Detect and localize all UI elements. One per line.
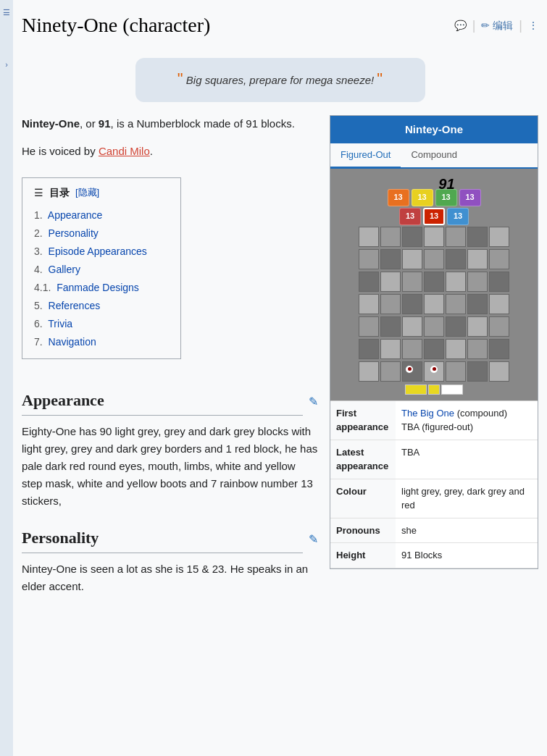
divider-2: | bbox=[519, 16, 522, 35]
toc-item-7[interactable]: 7. Navigation bbox=[34, 333, 169, 351]
b4-2 bbox=[380, 294, 401, 314]
tab-figured-out[interactable]: Figured-Out bbox=[330, 143, 401, 169]
right-eye bbox=[430, 366, 438, 373]
toc-item-6[interactable]: 6. Trivia bbox=[34, 315, 169, 333]
appearance-edit-icon[interactable]: ✎ bbox=[309, 393, 318, 411]
b4-1 bbox=[359, 294, 379, 314]
b3-2 bbox=[380, 272, 401, 292]
b2-3 bbox=[402, 249, 422, 269]
label-colour: Colour bbox=[330, 479, 396, 518]
more-icon: ⋮ bbox=[528, 18, 538, 33]
infobox-image: 91 13 13 13 13 13 bbox=[330, 169, 538, 400]
b5-4 bbox=[424, 316, 444, 337]
bf-5 bbox=[446, 361, 466, 382]
voice-paragraph: He is voiced by Candi Milo. bbox=[22, 143, 318, 160]
sticker-row-2: 13 13 13 bbox=[347, 208, 521, 225]
blocks-row-2 bbox=[347, 249, 521, 269]
sticker-2: 13 bbox=[412, 189, 433, 206]
comment-button[interactable]: 💬 bbox=[454, 18, 467, 33]
body-blocks bbox=[347, 227, 521, 383]
b6-7 bbox=[489, 339, 509, 359]
infobox-tabs: Figured-Out Compound bbox=[330, 143, 538, 169]
infobox-rows: First appearance The Big One (compound)T… bbox=[330, 400, 538, 568]
toc-item-5[interactable]: 5. References bbox=[34, 297, 169, 315]
quote-box: " Big squares, prepare for mega sneeze! … bbox=[135, 58, 425, 102]
label-pronouns: Pronouns bbox=[330, 518, 396, 543]
infobox-row-pronouns: Pronouns she bbox=[330, 518, 538, 544]
sidebar-left: ☰ › bbox=[0, 0, 13, 756]
page-header: Ninety-One (character) 💬 | ✏ 编辑 | ⋮ bbox=[22, 0, 538, 48]
b6-6 bbox=[467, 339, 488, 359]
block-3 bbox=[402, 227, 422, 247]
b3-3 bbox=[402, 272, 422, 292]
toc-hide-button[interactable]: [隐藏] bbox=[75, 185, 99, 200]
value-colour: light grey, grey, dark grey and red bbox=[396, 479, 538, 518]
toc-item-4-1[interactable]: 4.1. Fanmade Designs bbox=[34, 279, 169, 297]
toc-box: ☰ 目录 [隐藏] 1. Appearance 2. Personality 3… bbox=[22, 177, 181, 359]
label-latest-appearance: Latest appearance bbox=[330, 440, 396, 479]
label-first-appearance: First appearance bbox=[330, 401, 396, 440]
personality-edit-icon[interactable]: ✎ bbox=[309, 531, 318, 548]
toc-item-1[interactable]: 1. Appearance bbox=[34, 206, 169, 224]
value-height: 91 Blocks bbox=[396, 543, 538, 568]
voice-actor-link[interactable]: Candi Milo bbox=[99, 145, 150, 157]
b4-5 bbox=[446, 294, 466, 314]
quote-close: " bbox=[377, 70, 383, 88]
edit-label: 编辑 bbox=[493, 18, 513, 33]
pencil-icon: ✏ bbox=[481, 18, 490, 33]
infobox: Nintey-One Figured-Out Compound 91 1 bbox=[330, 115, 538, 569]
toc-list-icon: ☰ bbox=[34, 185, 43, 201]
more-button[interactable]: ⋮ bbox=[528, 18, 538, 33]
block-5 bbox=[446, 227, 466, 247]
b4-7 bbox=[489, 294, 509, 314]
yellow-boot-top bbox=[428, 385, 440, 395]
b2-4 bbox=[424, 249, 444, 269]
infobox-row-first-appearance: First appearance The Big One (compound)T… bbox=[330, 401, 538, 440]
tab-compound[interactable]: Compound bbox=[401, 143, 467, 167]
bf-2 bbox=[380, 361, 401, 382]
personality-body: Nintey-One is seen a lot as she is 15 & … bbox=[22, 560, 318, 595]
infobox-row-height: Height 91 Blocks bbox=[330, 543, 538, 568]
value-first-appearance: The Big One (compound)TBA (figured-out) bbox=[396, 401, 538, 440]
appearance-section-heading: Appearance ✎ bbox=[22, 388, 318, 416]
b2-1 bbox=[359, 249, 379, 269]
b4-6 bbox=[467, 294, 488, 314]
b3-1 bbox=[359, 272, 379, 292]
toc-list: 1. Appearance 2. Personality 3. Episode … bbox=[34, 206, 169, 351]
b5-1 bbox=[359, 316, 379, 337]
block-grid: 13 13 13 13 13 13 13 bbox=[347, 189, 521, 395]
bf-7 bbox=[489, 361, 509, 382]
comment-icon: 💬 bbox=[454, 18, 467, 33]
personality-section-heading: Personality ✎ bbox=[22, 526, 318, 553]
main-text-column: Nintey-One, or 91, is a Numberblock made… bbox=[22, 115, 318, 595]
feet-area bbox=[347, 385, 521, 395]
char-container: 91 13 13 13 13 13 bbox=[330, 169, 538, 400]
label-height: Height bbox=[330, 543, 396, 568]
blocks-row-face bbox=[347, 361, 521, 382]
infobox-row-colour: Colour light grey, grey, dark grey and r… bbox=[330, 479, 538, 518]
sidebar-arrow-icon[interactable]: › bbox=[1, 59, 12, 70]
b5-5 bbox=[446, 316, 466, 337]
b3-4 bbox=[424, 272, 444, 292]
first-appearance-link[interactable]: The Big One bbox=[401, 408, 454, 419]
b2-2 bbox=[380, 249, 401, 269]
sidebar-list-icon[interactable]: ☰ bbox=[1, 7, 12, 17]
bf-1 bbox=[359, 361, 379, 382]
article-intro: Nintey-One, or 91, is a Numberblock made… bbox=[22, 115, 318, 133]
appearance-title: Appearance bbox=[22, 388, 303, 416]
edit-button[interactable]: ✏ 编辑 bbox=[481, 18, 513, 33]
toc-item-2[interactable]: 2. Personality bbox=[34, 224, 169, 243]
b2-7 bbox=[489, 249, 509, 269]
block-2 bbox=[380, 227, 401, 247]
b6-4 bbox=[424, 339, 444, 359]
toc-item-4[interactable]: 4. Gallery bbox=[34, 261, 169, 279]
b3-5 bbox=[446, 272, 466, 292]
infobox-row-latest-appearance: Latest appearance TBA bbox=[330, 440, 538, 479]
b4-4 bbox=[424, 294, 444, 314]
b2-5 bbox=[446, 249, 466, 269]
bf-3 bbox=[402, 361, 422, 382]
toc-header: ☰ 目录 [隐藏] bbox=[34, 185, 169, 201]
blocks-row-4 bbox=[347, 294, 521, 314]
b2-6 bbox=[467, 249, 488, 269]
toc-item-3[interactable]: 3. Episode Appearances bbox=[34, 243, 169, 261]
